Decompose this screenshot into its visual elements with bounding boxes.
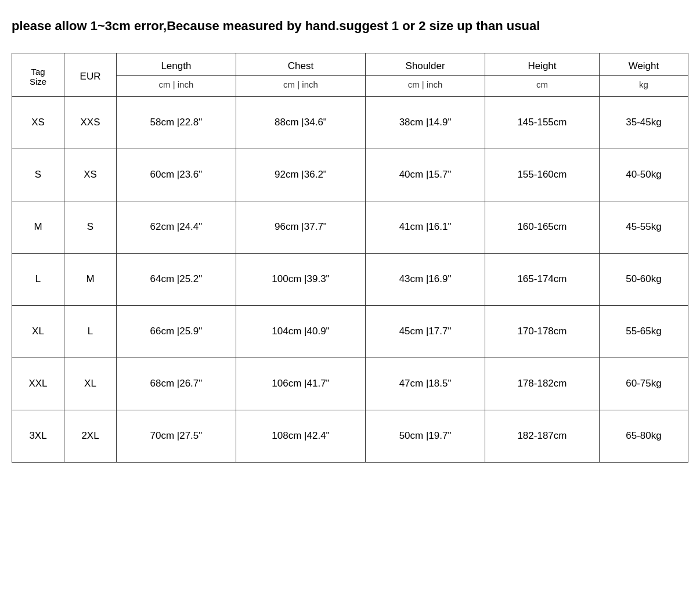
shoulder-cell: 41cm |16.1"	[366, 201, 485, 253]
weight-cell: 40-50kg	[599, 149, 688, 201]
header-row-top: TagSize EUR Length Chest Shoulder Height…	[12, 53, 688, 75]
length-cell: 58cm |22.8"	[117, 96, 236, 149]
height-cell: 170-178cm	[485, 305, 599, 358]
chest-cell: 106cm |41.7"	[236, 358, 365, 410]
height-cell: 160-165cm	[485, 201, 599, 253]
weight-cell: 45-55kg	[599, 201, 688, 253]
shoulder-cell: 47cm |18.5"	[366, 358, 485, 410]
shoulder-header: Shoulder	[366, 53, 485, 75]
eur-cell: XS	[64, 149, 117, 201]
table-row: L M 64cm |25.2" 100cm |39.3" 43cm |16.9"…	[12, 253, 688, 305]
length-unit: cm | inch	[117, 75, 236, 96]
table-row: M S 62cm |24.4" 96cm |37.7" 41cm |16.1" …	[12, 201, 688, 253]
height-cell: 165-174cm	[485, 253, 599, 305]
chest-cell: 88cm |34.6"	[236, 96, 365, 149]
eur-cell: S	[64, 201, 117, 253]
height-cell: 145-155cm	[485, 96, 599, 149]
table-row: 3XL 2XL 70cm |27.5" 108cm |42.4" 50cm |1…	[12, 410, 688, 462]
length-header: Length	[117, 53, 236, 75]
weight-cell: 35-45kg	[599, 96, 688, 149]
weight-header: Weight	[599, 53, 688, 75]
weight-cell: 65-80kg	[599, 410, 688, 462]
height-header: Height	[485, 53, 599, 75]
shoulder-cell: 40cm |15.7"	[366, 149, 485, 201]
tag-size-cell: L	[12, 253, 64, 305]
tag-size-cell: XXL	[12, 358, 64, 410]
length-cell: 66cm |25.9"	[117, 305, 236, 358]
chest-cell: 108cm |42.4"	[236, 410, 365, 462]
tag-size-header: TagSize	[12, 53, 64, 96]
shoulder-unit: cm | inch	[366, 75, 485, 96]
length-cell: 68cm |26.7"	[117, 358, 236, 410]
eur-cell: XXS	[64, 96, 117, 149]
weight-cell: 55-65kg	[599, 305, 688, 358]
tag-size-cell: M	[12, 201, 64, 253]
table-row: S XS 60cm |23.6" 92cm |36.2" 40cm |15.7"…	[12, 149, 688, 201]
table-row: XS XXS 58cm |22.8" 88cm |34.6" 38cm |14.…	[12, 96, 688, 149]
length-cell: 62cm |24.4"	[117, 201, 236, 253]
eur-cell: L	[64, 305, 117, 358]
height-unit: cm	[485, 75, 599, 96]
length-cell: 70cm |27.5"	[117, 410, 236, 462]
eur-header: EUR	[64, 53, 117, 96]
notice-text: please allow 1~3cm error,Because measure…	[12, 17, 688, 35]
eur-cell: 2XL	[64, 410, 117, 462]
height-cell: 155-160cm	[485, 149, 599, 201]
tag-size-cell: S	[12, 149, 64, 201]
tag-size-cell: XL	[12, 305, 64, 358]
size-chart-table: TagSize EUR Length Chest Shoulder Height…	[12, 53, 688, 463]
length-cell: 64cm |25.2"	[117, 253, 236, 305]
shoulder-cell: 38cm |14.9"	[366, 96, 485, 149]
eur-cell: M	[64, 253, 117, 305]
chest-cell: 104cm |40.9"	[236, 305, 365, 358]
table-row: XXL XL 68cm |26.7" 106cm |41.7" 47cm |18…	[12, 358, 688, 410]
weight-cell: 60-75kg	[599, 358, 688, 410]
eur-cell: XL	[64, 358, 117, 410]
chest-header: Chest	[236, 53, 365, 75]
chest-cell: 92cm |36.2"	[236, 149, 365, 201]
height-cell: 182-187cm	[485, 410, 599, 462]
length-cell: 60cm |23.6"	[117, 149, 236, 201]
chest-cell: 96cm |37.7"	[236, 201, 365, 253]
chest-unit: cm | inch	[236, 75, 365, 96]
tag-size-cell: 3XL	[12, 410, 64, 462]
shoulder-cell: 45cm |17.7"	[366, 305, 485, 358]
shoulder-cell: 50cm |19.7"	[366, 410, 485, 462]
weight-cell: 50-60kg	[599, 253, 688, 305]
height-cell: 178-182cm	[485, 358, 599, 410]
table-row: XL L 66cm |25.9" 104cm |40.9" 45cm |17.7…	[12, 305, 688, 358]
shoulder-cell: 43cm |16.9"	[366, 253, 485, 305]
tag-size-cell: XS	[12, 96, 64, 149]
weight-unit: kg	[599, 75, 688, 96]
chest-cell: 100cm |39.3"	[236, 253, 365, 305]
